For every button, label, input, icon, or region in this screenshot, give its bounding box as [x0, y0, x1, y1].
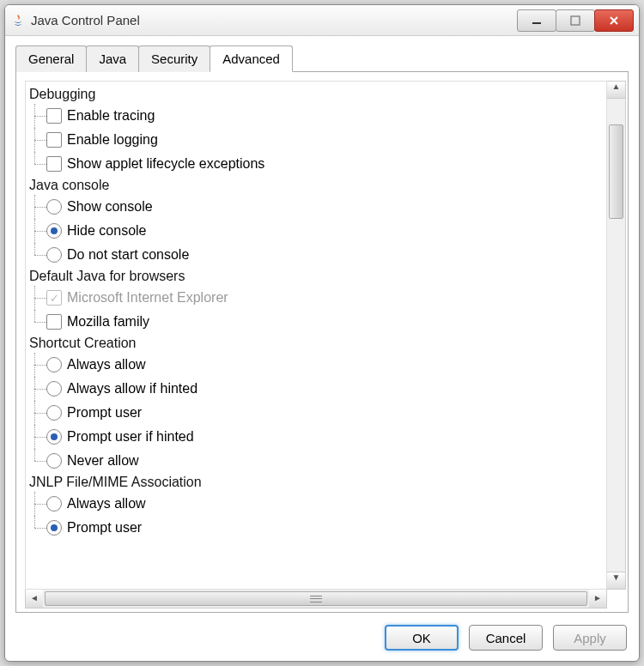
tab-advanced[interactable]: Advanced: [210, 45, 293, 72]
group-label: Default Java for browsers: [29, 269, 603, 284]
tree-item[interactable]: Never allow: [29, 449, 603, 473]
tab-bar: General Java Security Advanced: [15, 45, 629, 72]
maximize-button[interactable]: [556, 9, 595, 32]
vertical-scrollbar[interactable]: ▲ ▼: [607, 81, 626, 590]
item-label: Enable logging: [67, 132, 158, 148]
svg-rect-1: [571, 16, 580, 25]
radio-icon[interactable]: [46, 453, 62, 469]
scroll-up-arrow-icon[interactable]: ▲: [607, 82, 625, 99]
item-label: Prompt user: [67, 405, 142, 421]
scroll-left-arrow-icon[interactable]: ◄: [26, 590, 43, 608]
checkbox-icon[interactable]: [46, 156, 62, 172]
tree-item[interactable]: Do not start console: [29, 243, 603, 267]
radio-icon[interactable]: [46, 357, 62, 372]
horizontal-scrollbar[interactable]: ◄ ►: [25, 590, 607, 608]
group-label: Shortcut Creation: [29, 336, 603, 351]
radio-icon[interactable]: [46, 405, 62, 421]
checkbox-icon[interactable]: [46, 314, 62, 330]
titlebar: Java Control Panel: [5, 5, 639, 36]
content-area: General Java Security Advanced Debugging…: [5, 36, 639, 616]
apply-button[interactable]: Apply: [553, 625, 627, 651]
checkbox-icon[interactable]: [46, 108, 62, 124]
ok-button[interactable]: OK: [385, 625, 459, 651]
tree-item: Microsoft Internet Explorer: [29, 286, 603, 310]
checkbox-icon: [46, 290, 62, 306]
item-label: Do not start console: [67, 247, 189, 263]
tree-item[interactable]: Prompt user if hinted: [29, 425, 603, 449]
advanced-panel: DebuggingEnable tracingEnable loggingSho…: [15, 72, 629, 613]
radio-icon[interactable]: [46, 247, 62, 263]
tree-item[interactable]: Hide console: [29, 219, 603, 243]
tree-item[interactable]: Always allow if hinted: [29, 377, 603, 401]
item-label: Mozilla family: [67, 314, 149, 330]
group-label: Java console: [29, 178, 603, 193]
tree-item[interactable]: Prompt user: [29, 516, 603, 540]
tab-security[interactable]: Security: [138, 45, 210, 72]
item-label: Always allow: [67, 496, 146, 512]
window-title: Java Control Panel: [31, 13, 140, 27]
scroll-thumb[interactable]: [609, 124, 623, 219]
tree-item[interactable]: Enable logging: [29, 128, 603, 152]
hscroll-thumb[interactable]: [45, 591, 587, 606]
item-label: Show console: [67, 199, 153, 215]
item-label: Hide console: [67, 223, 147, 239]
group-label: Debugging: [29, 87, 603, 102]
item-label: Never allow: [67, 453, 139, 469]
cancel-button[interactable]: Cancel: [469, 625, 543, 651]
item-label: Show applet lifecycle exceptions: [67, 156, 264, 172]
item-label: Enable tracing: [67, 108, 155, 124]
svg-rect-0: [532, 22, 541, 24]
tree-item[interactable]: Prompt user: [29, 401, 603, 425]
radio-icon[interactable]: [46, 429, 62, 445]
tree-item[interactable]: Show applet lifecycle exceptions: [29, 152, 603, 176]
minimize-button[interactable]: [517, 9, 556, 32]
radio-icon[interactable]: [46, 223, 62, 239]
group-label: JNLP File/MIME Association: [29, 475, 603, 490]
radio-icon[interactable]: [46, 520, 62, 536]
dialog-buttons: OK Cancel Apply: [5, 616, 639, 661]
tree-item[interactable]: Always allow: [29, 492, 603, 516]
item-label: Prompt user: [67, 520, 142, 536]
java-control-panel-window: Java Control Panel General Java Security…: [4, 4, 640, 662]
java-icon: [10, 13, 26, 28]
item-label: Always allow if hinted: [67, 381, 197, 397]
radio-icon[interactable]: [46, 381, 62, 397]
tree-item[interactable]: Enable tracing: [29, 104, 603, 128]
checkbox-icon[interactable]: [46, 132, 62, 148]
tree-item[interactable]: Mozilla family: [29, 310, 603, 334]
tree-item[interactable]: Show console: [29, 195, 603, 219]
radio-icon[interactable]: [46, 496, 62, 512]
item-label: Microsoft Internet Explorer: [67, 290, 228, 306]
item-label: Prompt user if hinted: [67, 429, 194, 445]
item-label: Always allow: [67, 357, 146, 372]
scroll-right-arrow-icon[interactable]: ►: [589, 590, 606, 608]
settings-tree: DebuggingEnable tracingEnable loggingSho…: [25, 81, 607, 590]
tab-general[interactable]: General: [15, 45, 87, 72]
tab-java[interactable]: Java: [86, 45, 139, 72]
close-button[interactable]: [594, 9, 634, 32]
scroll-down-arrow-icon[interactable]: ▼: [607, 572, 625, 589]
tree-item[interactable]: Always allow: [29, 353, 603, 377]
radio-icon[interactable]: [46, 199, 62, 215]
window-controls: [518, 9, 634, 32]
